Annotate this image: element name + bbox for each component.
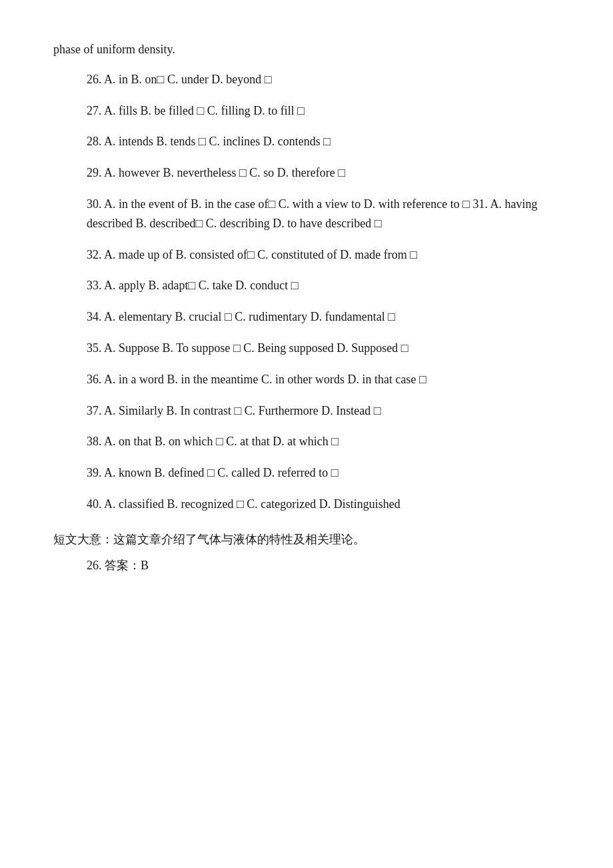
question-block-9: 35. A. Suppose B. To suppose □ C. Being … (53, 339, 560, 358)
question-block-12: 38. A. on that B. on which □ C. at that … (53, 432, 560, 451)
question-block-10: 36. A. in a word B. in the meantime C. i… (53, 370, 560, 389)
question-block-6: 32. A. made up of B. consisted of□ C. co… (53, 245, 560, 265)
question-number: 35. A. Suppose B. To suppose □ C. Being … (87, 341, 408, 355)
question-number: 39. A. known B. defined □ C. called D. r… (87, 466, 338, 479)
question-number: 40. A. classified B. recognized □ C. cat… (87, 497, 400, 511)
question-number: 38. A. on that B. on which □ C. at that … (87, 435, 338, 448)
questions-container: 26. A. in B. on□ C. under D. beyond □27.… (53, 70, 560, 514)
question-block-3: 28. A. intends B. tends □ C. inclines D.… (53, 132, 560, 151)
question-block-4: 29. A. however B. nevertheless □ C. so D… (53, 163, 560, 183)
question-number: 29. A. however B. nevertheless □ C. so D… (87, 166, 345, 179)
question-number: 30. A. in the event of B. in the case of… (87, 197, 538, 230)
question-block-7: 33. A. apply B. adapt□ C. take D. conduc… (53, 276, 560, 295)
question-block-1: 26. A. in B. on□ C. under D. beyond □ (53, 70, 560, 89)
question-number: 27. A. fills B. be filled □ C. filling D… (87, 104, 305, 117)
question-number: 37. A. Similarly B. In contrast □ C. Fur… (87, 404, 381, 417)
summary-section: 短文大意：这篇文章介绍了气体与液体的特性及相关理论。 (53, 530, 560, 549)
answer-item-1: 26. 答案：B (53, 556, 560, 575)
question-block-5: 30. A. in the event of B. in the case of… (53, 195, 560, 233)
question-block-13: 39. A. known B. defined □ C. called D. r… (53, 463, 560, 483)
question-block-2: 27. A. fills B. be filled □ C. filling D… (53, 101, 560, 121)
question-block-14: 40. A. classified B. recognized □ C. cat… (53, 495, 560, 514)
question-number: 34. A. elementary B. crucial □ C. rudime… (87, 310, 395, 323)
answers-section: 26. 答案：B (53, 556, 560, 575)
question-block-8: 34. A. elementary B. crucial □ C. rudime… (53, 307, 560, 327)
question-number: 28. A. intends B. tends □ C. inclines D.… (87, 135, 330, 148)
question-number: 33. A. apply B. adapt□ C. take D. conduc… (87, 279, 299, 292)
question-number: 36. A. in a word B. in the meantime C. i… (87, 373, 426, 386)
question-block-11: 37. A. Similarly B. In contrast □ C. Fur… (53, 401, 560, 421)
intro-line: phase of uniform density. (53, 40, 560, 59)
question-number: 26. A. in B. on□ C. under D. beyond □ (87, 73, 272, 86)
summary-text: 短文大意：这篇文章介绍了气体与液体的特性及相关理论。 (53, 530, 560, 549)
question-number: 32. A. made up of B. consisted of□ C. co… (87, 248, 417, 261)
